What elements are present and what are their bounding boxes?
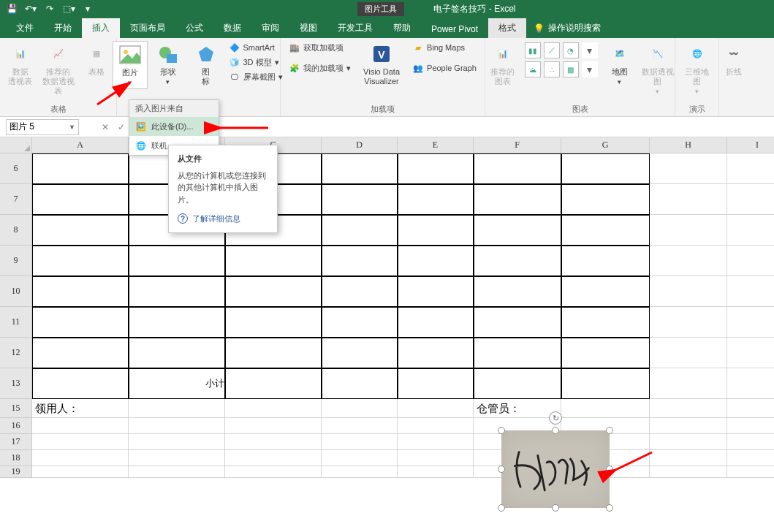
tab-page-layout[interactable]: 页面布局 [120, 18, 175, 38]
row-header-17[interactable]: 17 [0, 434, 32, 450]
table-cell[interactable] [561, 246, 650, 276]
grid-cell[interactable] [650, 418, 727, 434]
grid-cell[interactable] [561, 399, 650, 418]
resize-handle[interactable] [606, 504, 613, 512]
resize-handle[interactable] [606, 427, 613, 434]
table-cell[interactable] [322, 215, 398, 246]
table-cell[interactable] [398, 246, 474, 276]
table-cell[interactable] [474, 368, 561, 399]
tab-help[interactable]: 帮助 [383, 18, 421, 38]
table-cell[interactable] [398, 184, 474, 215]
grid-cell[interactable] [727, 215, 774, 246]
grid-cell[interactable] [727, 276, 774, 307]
table-cell[interactable] [32, 184, 129, 215]
table-cell[interactable] [32, 307, 129, 338]
chart-column-icon[interactable]: ▮▮ [525, 42, 541, 58]
table-cell[interactable] [561, 307, 650, 338]
table-cell[interactable] [561, 276, 650, 307]
resize-handle[interactable] [498, 427, 505, 434]
select-all-button[interactable] [0, 137, 32, 153]
row-header-9[interactable]: 9 [0, 246, 32, 276]
table-cell[interactable] [398, 368, 474, 399]
tab-format[interactable]: 格式 [488, 18, 526, 38]
table-cell[interactable] [474, 307, 561, 338]
grid-cell[interactable] [650, 215, 727, 246]
signature-image[interactable] [501, 430, 610, 508]
grid-cell[interactable] [727, 153, 774, 184]
column-header-F[interactable]: F [474, 137, 561, 153]
grid-cell[interactable] [727, 368, 774, 399]
grid-cell[interactable] [322, 450, 398, 466]
grid-cell[interactable] [650, 184, 727, 215]
row-header-10[interactable]: 10 [0, 276, 32, 307]
tab-data[interactable]: 数据 [213, 18, 251, 38]
chart-dropdown2-icon[interactable]: ▾ [582, 61, 598, 77]
grid-cell[interactable] [225, 450, 322, 466]
tab-view[interactable]: 视图 [289, 18, 327, 38]
table-button[interactable]: ▦ 表格 [79, 41, 114, 78]
tab-formulas[interactable]: 公式 [175, 18, 213, 38]
chart-dropdown-icon[interactable]: ▾ [582, 42, 598, 58]
bing-maps-button[interactable]: ▰Bing Maps [410, 41, 479, 54]
grid-cell[interactable] [398, 399, 474, 418]
this-device-item[interactable]: 🖼️ 此设备(D)... [129, 117, 219, 136]
table-cell[interactable] [32, 338, 129, 368]
chart-scatter-icon[interactable]: ∴ [544, 61, 560, 77]
grid-cell[interactable] [225, 418, 322, 434]
touch-mode-icon[interactable]: ⬚▾ [61, 1, 76, 16]
table-cell[interactable] [398, 307, 474, 338]
row-header-6[interactable]: 6 [0, 153, 32, 184]
grid-cell[interactable] [32, 466, 129, 478]
visio-button[interactable]: V Visio Data Visualizer [356, 41, 407, 88]
column-header-H[interactable]: H [650, 137, 727, 153]
grid-cell[interactable] [322, 434, 398, 450]
icons-button[interactable]: 图 标 [189, 41, 224, 88]
grid-cell[interactable] [398, 434, 474, 450]
row-header-16[interactable]: 16 [0, 418, 32, 434]
table-cell[interactable] [474, 338, 561, 368]
grid-cell[interactable] [650, 153, 727, 184]
table-cell[interactable] [32, 153, 129, 184]
grid-cell[interactable] [129, 450, 225, 466]
column-header-G[interactable]: G [561, 137, 650, 153]
table-cell[interactable] [398, 276, 474, 307]
people-graph-button[interactable]: 👥People Graph [410, 61, 479, 75]
rotate-handle[interactable] [549, 411, 562, 425]
grid-cell[interactable] [650, 338, 727, 368]
chart-type-gallery[interactable]: ▮▮ ／ ◔ ▾ ⛰ ∴ ▩ ▾ [523, 41, 599, 79]
row-header-19[interactable]: 19 [0, 466, 32, 478]
grid-cell[interactable] [650, 450, 727, 466]
chart-surface-icon[interactable]: ▩ [563, 61, 579, 77]
table-cell[interactable] [561, 368, 650, 399]
grid-cell[interactable] [727, 246, 774, 276]
maps-button[interactable]: 🗺️ 地图▾ [602, 41, 637, 88]
save-icon[interactable]: 💾 [4, 1, 19, 16]
shapes-button[interactable]: 形状▾ [151, 41, 186, 88]
get-addins-button[interactable]: 🏬获取加载项 [287, 41, 353, 54]
pivottable-button[interactable]: 📊 数据 透视表 [3, 41, 38, 88]
grid-cell[interactable] [32, 434, 129, 450]
table-cell[interactable] [561, 153, 650, 184]
grid-cell[interactable] [225, 434, 322, 450]
grid-cell[interactable] [225, 466, 322, 478]
table-cell[interactable] [322, 276, 398, 307]
grid-cell[interactable] [129, 434, 225, 450]
redo-icon[interactable]: ↷ [42, 1, 57, 16]
grid-cell[interactable] [727, 307, 774, 338]
tooltip-more-link[interactable]: ? 了解详细信息 [178, 213, 268, 225]
tab-developer[interactable]: 开发工具 [327, 18, 383, 38]
row-header-12[interactable]: 12 [0, 338, 32, 368]
column-header-I[interactable]: I [727, 137, 774, 153]
grid-cell[interactable] [322, 418, 398, 434]
grid-cell[interactable] [727, 418, 774, 434]
table-cell[interactable] [322, 338, 398, 368]
table-cell[interactable] [561, 338, 650, 368]
recipient-label-cell[interactable]: 领用人： [32, 399, 129, 418]
grid-cell[interactable] [650, 434, 727, 450]
row-header-7[interactable]: 7 [0, 184, 32, 215]
table-cell[interactable] [474, 153, 561, 184]
grid-cell[interactable] [322, 399, 398, 418]
grid-cell[interactable] [727, 184, 774, 215]
table-cell[interactable] [561, 184, 650, 215]
table-cell[interactable] [225, 246, 322, 276]
